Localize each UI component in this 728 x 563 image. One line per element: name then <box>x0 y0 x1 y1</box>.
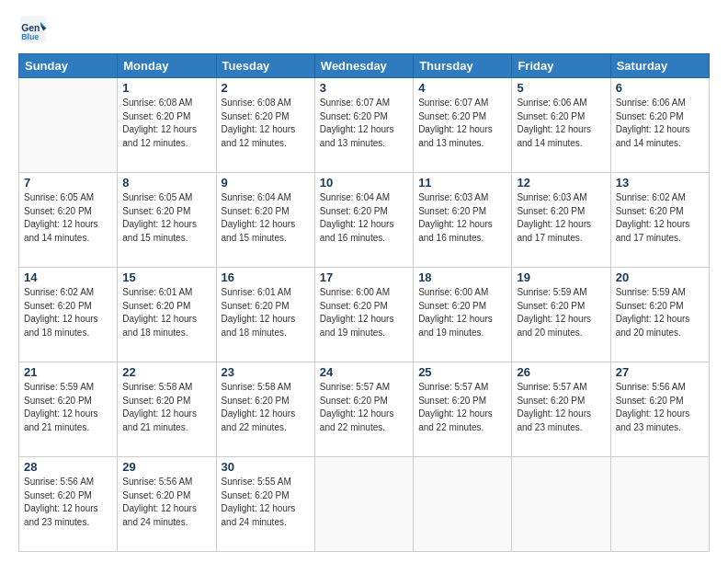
day-info: Sunrise: 6:02 AM Sunset: 6:20 PM Dayligh… <box>616 191 704 245</box>
day-number: 6 <box>616 81 704 95</box>
day-number: 17 <box>320 270 408 284</box>
calendar-cell: 23Sunrise: 5:58 AM Sunset: 6:20 PM Dayli… <box>216 362 314 457</box>
calendar-cell: 14Sunrise: 6:02 AM Sunset: 6:20 PM Dayli… <box>19 268 118 362</box>
calendar-week-row: 7Sunrise: 6:05 AM Sunset: 6:20 PM Daylig… <box>19 173 710 268</box>
day-number: 27 <box>616 365 704 379</box>
page: Gen Blue SundayMondayTuesdayWednesdayThu… <box>0 0 728 563</box>
calendar-cell: 7Sunrise: 6:05 AM Sunset: 6:20 PM Daylig… <box>19 173 118 268</box>
logo-icon: Gen Blue <box>18 15 48 44</box>
day-info: Sunrise: 5:57 AM Sunset: 6:20 PM Dayligh… <box>320 381 408 434</box>
calendar-cell: 27Sunrise: 5:56 AM Sunset: 6:20 PM Dayli… <box>610 362 709 457</box>
calendar-cell <box>610 457 709 552</box>
calendar-cell: 20Sunrise: 5:59 AM Sunset: 6:20 PM Dayli… <box>610 268 709 362</box>
calendar-cell: 19Sunrise: 5:59 AM Sunset: 6:20 PM Dayli… <box>512 268 610 362</box>
calendar-cell <box>19 78 118 173</box>
day-info: Sunrise: 6:00 AM Sunset: 6:20 PM Dayligh… <box>320 286 408 339</box>
day-info: Sunrise: 5:56 AM Sunset: 6:20 PM Dayligh… <box>122 476 210 529</box>
day-number: 26 <box>517 365 605 379</box>
calendar-week-row: 21Sunrise: 5:59 AM Sunset: 6:20 PM Dayli… <box>19 362 710 457</box>
day-number: 4 <box>418 81 506 95</box>
day-info: Sunrise: 6:02 AM Sunset: 6:20 PM Dayligh… <box>24 286 112 339</box>
svg-text:Blue: Blue <box>21 32 39 41</box>
day-info: Sunrise: 6:07 AM Sunset: 6:20 PM Dayligh… <box>418 97 506 150</box>
day-info: Sunrise: 5:55 AM Sunset: 6:20 PM Dayligh… <box>222 476 310 529</box>
weekday-header: Saturday <box>610 54 709 78</box>
header: Gen Blue <box>18 15 710 44</box>
calendar-week-row: 14Sunrise: 6:02 AM Sunset: 6:20 PM Dayli… <box>19 268 710 362</box>
day-number: 18 <box>418 270 506 284</box>
day-number: 28 <box>24 460 112 474</box>
calendar-cell <box>512 457 610 552</box>
calendar-table: SundayMondayTuesdayWednesdayThursdayFrid… <box>18 53 710 552</box>
day-info: Sunrise: 6:05 AM Sunset: 6:20 PM Dayligh… <box>24 191 112 245</box>
calendar-cell: 22Sunrise: 5:58 AM Sunset: 6:20 PM Dayli… <box>118 362 216 457</box>
calendar-cell: 12Sunrise: 6:03 AM Sunset: 6:20 PM Dayli… <box>512 173 610 268</box>
calendar-cell: 10Sunrise: 6:04 AM Sunset: 6:20 PM Dayli… <box>314 173 413 268</box>
day-number: 3 <box>320 81 408 95</box>
day-number: 21 <box>24 365 112 379</box>
calendar-cell: 13Sunrise: 6:02 AM Sunset: 6:20 PM Dayli… <box>610 173 709 268</box>
calendar-cell: 26Sunrise: 5:57 AM Sunset: 6:20 PM Dayli… <box>512 362 610 457</box>
calendar-cell: 25Sunrise: 5:57 AM Sunset: 6:20 PM Dayli… <box>414 362 512 457</box>
day-info: Sunrise: 6:07 AM Sunset: 6:20 PM Dayligh… <box>320 97 408 150</box>
calendar-cell: 9Sunrise: 6:04 AM Sunset: 6:20 PM Daylig… <box>216 173 314 268</box>
calendar-cell <box>414 457 512 552</box>
day-info: Sunrise: 5:59 AM Sunset: 6:20 PM Dayligh… <box>24 381 112 434</box>
day-number: 2 <box>222 81 310 95</box>
day-number: 25 <box>418 365 506 379</box>
day-info: Sunrise: 6:04 AM Sunset: 6:20 PM Dayligh… <box>320 191 408 245</box>
calendar-cell: 1Sunrise: 6:08 AM Sunset: 6:20 PM Daylig… <box>118 78 216 173</box>
calendar-cell: 28Sunrise: 5:56 AM Sunset: 6:20 PM Dayli… <box>19 457 118 552</box>
calendar-cell: 8Sunrise: 6:05 AM Sunset: 6:20 PM Daylig… <box>118 173 216 268</box>
calendar-cell: 15Sunrise: 6:01 AM Sunset: 6:20 PM Dayli… <box>118 268 216 362</box>
day-info: Sunrise: 5:58 AM Sunset: 6:20 PM Dayligh… <box>222 381 310 434</box>
calendar-cell: 5Sunrise: 6:06 AM Sunset: 6:20 PM Daylig… <box>512 78 610 173</box>
calendar-cell: 17Sunrise: 6:00 AM Sunset: 6:20 PM Dayli… <box>314 268 413 362</box>
day-number: 19 <box>517 270 605 284</box>
day-info: Sunrise: 6:05 AM Sunset: 6:20 PM Dayligh… <box>122 191 210 245</box>
day-info: Sunrise: 6:06 AM Sunset: 6:20 PM Dayligh… <box>517 97 605 150</box>
svg-text:Gen: Gen <box>21 23 40 33</box>
weekday-header: Thursday <box>414 54 512 78</box>
weekday-header: Sunday <box>19 54 118 78</box>
weekday-header: Wednesday <box>314 54 413 78</box>
day-info: Sunrise: 5:56 AM Sunset: 6:20 PM Dayligh… <box>24 476 112 529</box>
day-info: Sunrise: 5:59 AM Sunset: 6:20 PM Dayligh… <box>616 286 704 339</box>
calendar-week-row: 1Sunrise: 6:08 AM Sunset: 6:20 PM Daylig… <box>19 78 710 173</box>
day-info: Sunrise: 6:08 AM Sunset: 6:20 PM Dayligh… <box>222 97 310 150</box>
day-number: 16 <box>222 270 310 284</box>
calendar-cell: 3Sunrise: 6:07 AM Sunset: 6:20 PM Daylig… <box>314 78 413 173</box>
weekday-header: Tuesday <box>216 54 314 78</box>
calendar-cell: 4Sunrise: 6:07 AM Sunset: 6:20 PM Daylig… <box>414 78 512 173</box>
day-number: 14 <box>24 270 112 284</box>
day-number: 10 <box>320 176 408 190</box>
day-number: 8 <box>122 176 210 190</box>
calendar-cell: 16Sunrise: 6:01 AM Sunset: 6:20 PM Dayli… <box>216 268 314 362</box>
day-number: 22 <box>122 365 210 379</box>
weekday-header: Friday <box>512 54 610 78</box>
day-number: 5 <box>517 81 605 95</box>
day-number: 1 <box>122 81 210 95</box>
day-info: Sunrise: 6:08 AM Sunset: 6:20 PM Dayligh… <box>122 97 210 150</box>
day-number: 13 <box>616 176 704 190</box>
calendar-cell: 29Sunrise: 5:56 AM Sunset: 6:20 PM Dayli… <box>118 457 216 552</box>
calendar-cell: 18Sunrise: 6:00 AM Sunset: 6:20 PM Dayli… <box>414 268 512 362</box>
day-info: Sunrise: 5:57 AM Sunset: 6:20 PM Dayligh… <box>517 381 605 434</box>
day-info: Sunrise: 6:01 AM Sunset: 6:20 PM Dayligh… <box>222 286 310 339</box>
day-info: Sunrise: 6:03 AM Sunset: 6:20 PM Dayligh… <box>517 191 605 245</box>
day-info: Sunrise: 6:00 AM Sunset: 6:20 PM Dayligh… <box>418 286 506 339</box>
calendar-cell: 2Sunrise: 6:08 AM Sunset: 6:20 PM Daylig… <box>216 78 314 173</box>
day-info: Sunrise: 6:04 AM Sunset: 6:20 PM Dayligh… <box>222 191 310 245</box>
calendar-week-row: 28Sunrise: 5:56 AM Sunset: 6:20 PM Dayli… <box>19 457 710 552</box>
calendar-cell: 30Sunrise: 5:55 AM Sunset: 6:20 PM Dayli… <box>216 457 314 552</box>
day-info: Sunrise: 5:58 AM Sunset: 6:20 PM Dayligh… <box>122 381 210 434</box>
day-info: Sunrise: 6:06 AM Sunset: 6:20 PM Dayligh… <box>616 97 704 150</box>
calendar-cell: 24Sunrise: 5:57 AM Sunset: 6:20 PM Dayli… <box>314 362 413 457</box>
calendar-cell: 6Sunrise: 6:06 AM Sunset: 6:20 PM Daylig… <box>610 78 709 173</box>
calendar-cell: 11Sunrise: 6:03 AM Sunset: 6:20 PM Dayli… <box>414 173 512 268</box>
calendar-cell: 21Sunrise: 5:59 AM Sunset: 6:20 PM Dayli… <box>19 362 118 457</box>
day-number: 9 <box>222 176 310 190</box>
day-number: 23 <box>222 365 310 379</box>
weekday-header: Monday <box>118 54 216 78</box>
day-number: 12 <box>517 176 605 190</box>
